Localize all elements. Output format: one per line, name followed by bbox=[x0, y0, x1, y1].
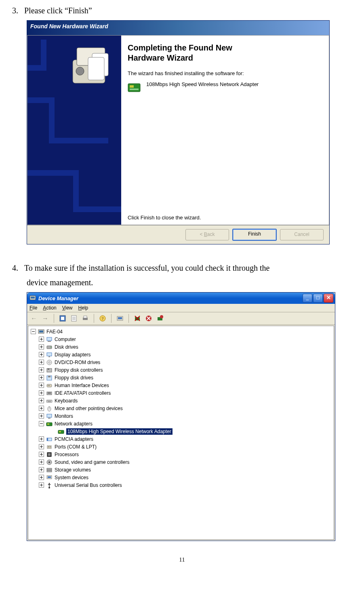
svg-rect-46 bbox=[48, 418, 50, 419]
toolbar-uninstall-icon[interactable] bbox=[133, 314, 142, 323]
step4-number: 4. bbox=[12, 261, 24, 275]
tree-node[interactable]: Computer bbox=[31, 335, 331, 343]
expand-icon[interactable] bbox=[39, 406, 44, 411]
port-icon bbox=[46, 444, 53, 450]
tree-node[interactable]: Keyboards bbox=[31, 397, 331, 404]
expand-icon[interactable] bbox=[39, 398, 44, 403]
tree-node[interactable]: Floppy disk drives bbox=[31, 374, 331, 381]
tree-node[interactable]: Floppy disk controllers bbox=[31, 366, 331, 374]
expand-icon[interactable] bbox=[39, 367, 44, 373]
expand-icon[interactable] bbox=[39, 352, 44, 357]
close-button[interactable]: ✕ bbox=[324, 294, 333, 303]
expand-icon[interactable] bbox=[39, 482, 44, 488]
tree-node-label: Floppy disk controllers bbox=[55, 367, 103, 373]
nav-back-button[interactable]: ← bbox=[29, 314, 38, 323]
menu-action[interactable]: Action bbox=[43, 305, 56, 311]
expand-icon[interactable] bbox=[39, 375, 44, 380]
tree-node-label: Processors bbox=[55, 452, 79, 457]
step4-text: 4.To make sure if the installation is su… bbox=[12, 261, 352, 290]
cpu-icon bbox=[46, 451, 53, 458]
menu-help[interactable]: Help bbox=[78, 305, 88, 311]
expand-icon[interactable] bbox=[39, 475, 44, 480]
nav-forward-button[interactable]: → bbox=[41, 314, 50, 323]
svg-rect-27 bbox=[48, 341, 51, 342]
tree-node[interactable]: Processors bbox=[31, 451, 331, 458]
tree-node[interactable]: DVD/CD-ROM drives bbox=[31, 358, 331, 366]
tree-node[interactable]: Monitors bbox=[31, 412, 331, 420]
expand-icon[interactable] bbox=[39, 337, 44, 342]
expand-icon[interactable] bbox=[39, 452, 44, 457]
expand-icon[interactable] bbox=[39, 360, 44, 365]
svg-point-33 bbox=[48, 362, 50, 363]
tree-root-node[interactable]: FAE-04 bbox=[31, 328, 331, 335]
toolbar-print-icon[interactable] bbox=[81, 314, 90, 323]
svg-rect-57 bbox=[48, 453, 50, 456]
tree-node[interactable]: Mice and other pointing devices bbox=[31, 404, 331, 412]
toolbar-help-icon[interactable]: ? bbox=[98, 314, 107, 323]
wizard-titlebar[interactable]: Found New Hardware Wizard bbox=[27, 21, 329, 35]
expand-icon[interactable] bbox=[39, 436, 44, 442]
tree-node[interactable]: Universal Serial Bus controllers bbox=[31, 481, 331, 489]
step4-instruction-l1: To make sure if the installation is succ… bbox=[24, 263, 269, 272]
expand-icon[interactable] bbox=[39, 459, 44, 465]
tree-node-label: System devices bbox=[55, 475, 88, 480]
tree-node[interactable]: Storage volumes bbox=[31, 466, 331, 474]
svg-point-59 bbox=[48, 461, 50, 463]
tree-node-label: Floppy disk drives bbox=[55, 375, 93, 381]
toolbar-properties-icon[interactable] bbox=[58, 314, 67, 323]
collapse-icon[interactable] bbox=[39, 421, 44, 426]
tree-node[interactable]: Human Interface Devices bbox=[31, 381, 331, 389]
svg-rect-26 bbox=[47, 337, 52, 341]
tree-leaf[interactable]: 108Mbps High Speed Wireless Network Adap… bbox=[31, 427, 331, 435]
collapse-icon[interactable] bbox=[31, 329, 36, 334]
tree-node-label: IDE ATA/ATAPI controllers bbox=[55, 390, 111, 396]
expand-icon[interactable] bbox=[39, 383, 44, 388]
minimize-button[interactable]: _ bbox=[303, 294, 312, 303]
toolbar-sheet-icon[interactable] bbox=[69, 314, 78, 323]
svg-rect-53 bbox=[47, 446, 51, 448]
toolbar-disable-icon[interactable] bbox=[144, 314, 153, 323]
menu-file[interactable]: File bbox=[29, 305, 37, 311]
keyboard-icon bbox=[46, 398, 53, 404]
maximize-button[interactable]: □ bbox=[313, 294, 323, 303]
tree-node[interactable]: PCMCIA adapters bbox=[31, 435, 331, 443]
tree-node-label: PCMCIA adapters bbox=[55, 436, 93, 442]
expand-icon[interactable] bbox=[39, 413, 44, 419]
wizard-device-row: 108Mbps High Speed Wireless Network Adap… bbox=[128, 81, 322, 95]
tree-node-label: Network adapters bbox=[55, 421, 93, 427]
tree-node[interactable]: Disk drives bbox=[31, 343, 331, 351]
tree-root-label: FAE-04 bbox=[46, 329, 63, 335]
expand-icon[interactable] bbox=[39, 344, 44, 349]
toolbar-update-icon[interactable] bbox=[156, 314, 164, 323]
device-tree[interactable]: FAE-04 ComputerDisk drivesDisplay adapte… bbox=[28, 326, 334, 540]
mouse-icon bbox=[46, 405, 53, 412]
expand-icon[interactable] bbox=[39, 467, 44, 472]
tree-node[interactable]: Network adapters bbox=[31, 420, 331, 427]
menu-view[interactable]: View bbox=[62, 305, 73, 311]
svg-rect-42 bbox=[46, 400, 52, 402]
svg-rect-37 bbox=[48, 376, 50, 377]
network-card-icon bbox=[128, 81, 141, 95]
tree-node[interactable]: Sound, video and game controllers bbox=[31, 458, 331, 466]
tree-node[interactable]: System devices bbox=[31, 474, 331, 481]
tree-node-label: Sound, video and game controllers bbox=[55, 459, 129, 465]
svg-rect-60 bbox=[47, 468, 52, 470]
device-manager-titlebar[interactable]: Device Manager _ □ ✕ bbox=[27, 293, 335, 304]
step3-text: 3.Please click “Finish” bbox=[12, 3, 352, 18]
system-icon bbox=[46, 474, 53, 481]
tree-node[interactable]: Display adapters bbox=[31, 351, 331, 358]
svg-text:?: ? bbox=[102, 316, 104, 321]
tree-node[interactable]: IDE ATA/ATAPI controllers bbox=[31, 389, 331, 397]
expand-icon[interactable] bbox=[39, 444, 44, 449]
toolbar-scan-icon[interactable] bbox=[116, 314, 124, 323]
network-icon bbox=[46, 421, 53, 427]
svg-point-55 bbox=[50, 446, 50, 447]
expand-icon[interactable] bbox=[39, 390, 44, 396]
wizard-body: Completing the Found New Hardware Wizard… bbox=[27, 35, 329, 225]
computer-root-icon bbox=[38, 328, 45, 335]
tree-node-label: Mice and other pointing devices bbox=[55, 406, 123, 411]
finish-button[interactable]: Finish bbox=[232, 229, 277, 241]
tree-node[interactable]: Ports (COM & LPT) bbox=[31, 443, 331, 451]
display-icon bbox=[46, 352, 53, 358]
window-controls: _ □ ✕ bbox=[303, 294, 333, 303]
